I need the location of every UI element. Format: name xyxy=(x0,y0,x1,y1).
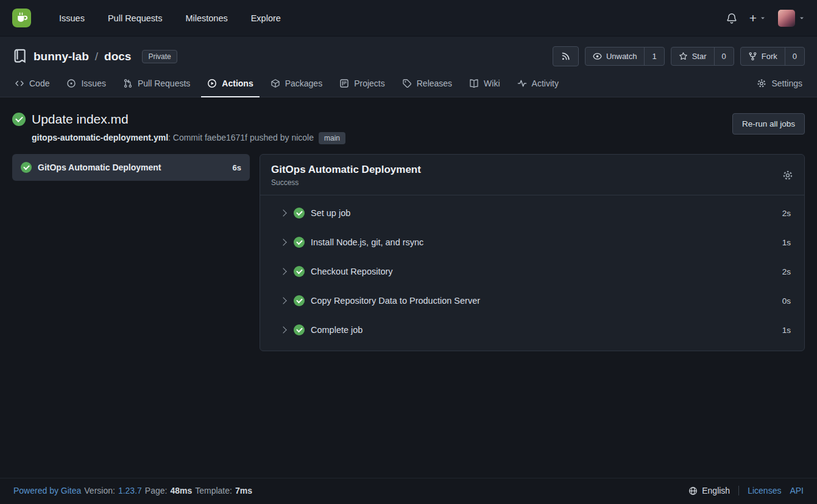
repo-owner-link[interactable]: bunny-lab xyxy=(34,50,89,63)
job-detail-header: GitOps Automatic Deployment Success xyxy=(260,155,804,195)
run-success-icon xyxy=(12,113,26,126)
globe-icon xyxy=(688,486,698,495)
step-name: Set up job xyxy=(311,208,350,218)
settings-gear-icon xyxy=(757,79,766,88)
fork-button-group: Fork 0 xyxy=(740,47,805,66)
top-navbar: Issues Pull Requests Milestones Explore … xyxy=(0,0,817,37)
plus-icon: + xyxy=(749,12,757,24)
chevron-down-icon xyxy=(760,15,766,21)
fork-button[interactable]: Fork xyxy=(741,47,785,65)
step-row[interactable]: Set up job 2s xyxy=(260,198,804,228)
job-options-button[interactable] xyxy=(782,170,793,181)
step-duration: 1s xyxy=(782,326,791,335)
chevron-right-icon[interactable] xyxy=(280,297,286,304)
step-name: Copy Repository Data to Production Serve… xyxy=(311,296,480,306)
job-success-icon xyxy=(21,162,32,173)
job-status: Success xyxy=(271,178,421,187)
job-name: GitOps Automatic Deployment xyxy=(38,163,227,172)
step-row[interactable]: Copy Repository Data to Production Serve… xyxy=(260,286,804,315)
footer-links: English Licenses API xyxy=(688,486,804,495)
branch-badge[interactable]: main xyxy=(319,132,345,144)
licenses-link[interactable]: Licenses xyxy=(748,486,781,495)
repo-title: bunny-lab / docs Private xyxy=(12,49,177,64)
tab-settings[interactable]: Settings xyxy=(751,71,808,97)
language-selector[interactable]: English xyxy=(688,486,730,495)
create-new-button[interactable]: + xyxy=(749,12,766,24)
job-detail-title: GitOps Automatic Deployment xyxy=(271,164,421,176)
play-circle-icon xyxy=(207,79,217,88)
navbar-right: + xyxy=(726,10,805,27)
notifications-button[interactable] xyxy=(726,13,737,24)
gear-icon xyxy=(782,170,793,181)
gitea-logo[interactable] xyxy=(12,9,31,27)
powered-by-gitea-link[interactable]: Powered by Gitea xyxy=(13,486,81,495)
project-board-icon xyxy=(339,79,349,88)
star-button-group: Star 0 xyxy=(671,47,734,66)
nav-milestones[interactable]: Milestones xyxy=(185,13,227,23)
nav-issues[interactable]: Issues xyxy=(59,13,85,23)
language-label: English xyxy=(702,486,730,495)
version-label: Version: xyxy=(84,486,115,495)
tab-issues[interactable]: Issues xyxy=(60,71,111,97)
tab-activity[interactable]: Activity xyxy=(511,71,565,97)
tab-label: Actions xyxy=(222,79,253,88)
tab-actions[interactable]: Actions xyxy=(201,71,259,97)
run-info: Update index.md gitops-automatic-deploym… xyxy=(12,112,345,144)
step-row[interactable]: Complete job 1s xyxy=(260,315,804,345)
footer-divider xyxy=(738,486,739,495)
steps-list: Set up job 2s Install Node.js, git, and … xyxy=(260,195,804,351)
rss-button[interactable] xyxy=(553,46,579,66)
chevron-right-icon[interactable] xyxy=(280,268,286,275)
user-menu[interactable] xyxy=(778,10,805,27)
repo-name-link[interactable]: docs xyxy=(104,50,131,63)
version-link[interactable]: 1.23.7 xyxy=(118,486,142,495)
fork-count[interactable]: 0 xyxy=(785,47,804,65)
chevron-right-icon[interactable] xyxy=(280,209,286,216)
template-time-label: Template: xyxy=(195,486,232,495)
api-link[interactable]: API xyxy=(790,486,804,495)
star-count[interactable]: 0 xyxy=(714,47,734,65)
tab-label: Wiki xyxy=(484,79,500,88)
star-button[interactable]: Star xyxy=(671,47,714,65)
tab-projects[interactable]: Projects xyxy=(333,71,391,97)
watch-count[interactable]: 1 xyxy=(644,47,663,65)
step-name: Install Node.js, git, and rsync xyxy=(311,237,423,247)
tab-label: Projects xyxy=(354,79,385,88)
pull-request-icon xyxy=(123,79,133,88)
git-fork-icon xyxy=(748,52,757,61)
package-icon xyxy=(271,79,280,88)
star-label: Star xyxy=(692,52,707,61)
unwatch-button[interactable]: Unwatch xyxy=(585,47,645,65)
step-success-icon xyxy=(294,208,305,219)
tab-label: Settings xyxy=(771,79,802,88)
tab-pull-requests[interactable]: Pull Requests xyxy=(117,71,196,97)
code-icon xyxy=(15,79,24,88)
run-subtitle: gitops-automatic-deployment.yml: Commit … xyxy=(32,132,345,144)
repository-icon xyxy=(12,49,27,64)
chevron-down-icon xyxy=(799,15,805,21)
tab-wiki[interactable]: Wiki xyxy=(463,71,506,97)
tab-label: Activity xyxy=(532,79,559,88)
repo-separator: / xyxy=(95,50,98,63)
page-time-label: Page: xyxy=(145,486,168,495)
chevron-right-icon[interactable] xyxy=(280,239,286,245)
nav-pull-requests[interactable]: Pull Requests xyxy=(108,13,162,23)
footer-info: Powered by Gitea Version: 1.23.7 Page: 4… xyxy=(13,486,252,495)
rerun-all-jobs-button[interactable]: Re-run all jobs xyxy=(732,113,805,135)
tab-packages[interactable]: Packages xyxy=(264,71,328,97)
step-row[interactable]: Checkout Repository 2s xyxy=(260,257,804,286)
step-row[interactable]: Install Node.js, git, and rsync 1s xyxy=(260,228,804,257)
page-footer: Powered by Gitea Version: 1.23.7 Page: 4… xyxy=(0,478,817,504)
tab-releases[interactable]: Releases xyxy=(396,71,458,97)
jobs-sidebar: GitOps Automatic Deployment 6s xyxy=(12,154,250,181)
run-body: GitOps Automatic Deployment 6s GitOps Au… xyxy=(0,153,817,351)
workflow-file-name: gitops-automatic-deployment.yml xyxy=(32,133,168,142)
unwatch-label: Unwatch xyxy=(606,52,637,61)
rss-icon xyxy=(561,52,570,61)
step-name: Complete job xyxy=(311,325,363,335)
step-success-icon xyxy=(294,295,305,306)
chevron-right-icon[interactable] xyxy=(280,326,286,333)
job-list-item[interactable]: GitOps Automatic Deployment 6s xyxy=(12,154,250,181)
nav-explore[interactable]: Explore xyxy=(251,13,281,23)
tab-code[interactable]: Code xyxy=(9,71,55,97)
